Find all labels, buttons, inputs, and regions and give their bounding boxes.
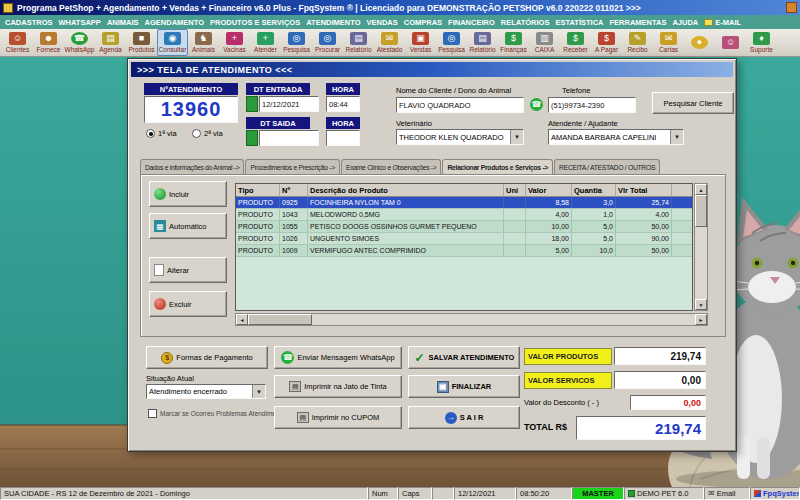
scroll-up-icon[interactable]: ▲: [695, 184, 707, 195]
chevron-down-icon[interactable]: ▼: [252, 385, 265, 398]
cell: PRODUTO: [236, 233, 280, 244]
valor-produtos-field: 219,74: [614, 347, 706, 365]
scroll-thumb[interactable]: [695, 195, 707, 227]
menu-compras[interactable]: COMPRAS: [401, 18, 445, 27]
toolbar-clientes[interactable]: ☺Clientes: [2, 29, 33, 56]
menu-atendimento[interactable]: ATENDIMENTO: [303, 18, 363, 27]
menu-cadastros[interactable]: CADASTROS: [2, 18, 56, 27]
phone-field[interactable]: (51)99734-2390: [548, 97, 636, 113]
automatico-button[interactable]: Automático: [149, 213, 227, 239]
desconto-field[interactable]: 0,00: [630, 395, 706, 410]
menu-ajuda[interactable]: AJUDA: [669, 18, 701, 27]
toolbar-caixa[interactable]: ▥CAIXA: [529, 29, 560, 56]
menu-estatistica[interactable]: ESTATÍSTICA: [552, 18, 606, 27]
cell: [504, 233, 526, 244]
tab-procedimentos[interactable]: Procedimentos e Prescrição ->: [245, 159, 339, 174]
table-row[interactable]: PRODUTO1009VERMIFUGO ANTEC COMPRIMIDO5,0…: [236, 245, 692, 257]
sales-icon: ▣: [412, 32, 429, 45]
scroll-thumb[interactable]: [248, 314, 312, 325]
vertical-scrollbar[interactable]: ▲▼: [694, 183, 708, 311]
toolbar-moedas[interactable]: ●: [684, 29, 715, 56]
tab-dados-animal[interactable]: Dados e informações do Animal ->: [140, 159, 244, 174]
atendimento-number-field[interactable]: 13960: [144, 96, 238, 123]
search-client-button[interactable]: Pesquisar Cliente: [652, 92, 734, 114]
send-whatsapp-button[interactable]: Enviar Mensagem WhatsApp: [274, 346, 402, 369]
toolbar-recibo[interactable]: ✎Recibo: [622, 29, 653, 56]
status-email[interactable]: Email: [704, 487, 750, 500]
finalizar-button[interactable]: FINALIZAR: [408, 375, 520, 398]
toolbar-fornecedor[interactable]: ☻Fornece: [33, 29, 64, 56]
cell: PRODUTO: [236, 209, 280, 220]
menu-email[interactable]: E-MAIL: [701, 18, 744, 27]
toolbar-pesquisa-1[interactable]: ◎Pesquisa: [281, 29, 312, 56]
products-table: Tipo Nº Descrição do Produto Uni Valor Q…: [235, 183, 693, 311]
total-field: 219,74: [576, 416, 706, 440]
horizontal-scrollbar[interactable]: ◄►: [235, 313, 708, 326]
client-name-field[interactable]: FLAVIO QUADRADO: [396, 97, 524, 113]
hora-saida-field[interactable]: [326, 130, 360, 146]
toolbar-produtos[interactable]: ■Produtos: [126, 29, 157, 56]
scroll-right-icon[interactable]: ►: [695, 314, 707, 325]
hora-entrada-field[interactable]: 08:44: [326, 96, 360, 112]
menu-animais[interactable]: ANIMAIS: [104, 18, 142, 27]
toolbar-financas[interactable]: $Finanças: [498, 29, 529, 56]
via1-radio[interactable]: 1ª via: [146, 129, 177, 138]
dt-entrada-field[interactable]: 12/12/2021: [259, 96, 319, 112]
toolbar-vacinas[interactable]: +Vacinas: [219, 29, 250, 56]
situacao-dropdown[interactable]: Atendimento encerrado▼: [146, 384, 266, 399]
via2-radio[interactable]: 2ª via: [192, 129, 223, 138]
toolbar-relatorio-1[interactable]: ▤Relatório: [343, 29, 374, 56]
dt-saida-field[interactable]: [259, 130, 319, 146]
toolbar-whatsapp[interactable]: ☎WhatsApp: [64, 29, 95, 56]
toolbar-receber[interactable]: $Receber: [560, 29, 591, 56]
window-titlebar[interactable]: >>> TELA DE ATENDIMENTO <<<: [131, 62, 733, 77]
menu-vendas[interactable]: VENDAS: [364, 18, 401, 27]
menu-relatorios[interactable]: RELATÓRIOS: [498, 18, 553, 27]
toolbar-vendas[interactable]: ▣Vendas: [405, 29, 436, 56]
save-atendimento-button[interactable]: SALVAR ATENDIMENTO: [408, 346, 520, 369]
calendar-button[interactable]: [246, 96, 258, 112]
toolbar-atender[interactable]: +Atender: [250, 29, 281, 56]
chevron-down-icon[interactable]: ▼: [510, 130, 523, 144]
table-row[interactable]: PRODUTO0925FOCINHEIRA NYLON TAM 08,583,0…: [236, 197, 692, 209]
alterar-button[interactable]: Alterar: [149, 257, 227, 283]
toolbar-relatorio-2[interactable]: ▤Relatório: [467, 29, 498, 56]
table-row[interactable]: PRODUTO1026UNGUENTO SIMOES18,005,090,00: [236, 233, 692, 245]
scroll-down-icon[interactable]: ▼: [695, 299, 707, 310]
scroll-left-icon[interactable]: ◄: [236, 314, 248, 325]
payment-methods-button[interactable]: Formas de Pagamento: [146, 346, 268, 369]
menu-produtos-servicos[interactable]: PRODUTOS E SERVIÇOS: [207, 18, 303, 27]
tab-produtos-servicos[interactable]: Relacionar Produtos e Serviços ->: [442, 159, 553, 174]
print-cupom-button[interactable]: Imprimir no CUPOM: [274, 406, 402, 429]
toolbar-agenda[interactable]: ▤Agenda: [95, 29, 126, 56]
cell: PRODUTO: [236, 245, 280, 256]
toolbar-procurar[interactable]: ◎Procurar: [312, 29, 343, 56]
toolbar-atestado[interactable]: ✉Atestado: [374, 29, 405, 56]
problemas-checkbox[interactable]: Marcar se Ocorreu Problemas Atendimento: [148, 409, 272, 418]
toolbar-animais[interactable]: ♞Animais: [188, 29, 219, 56]
supplier-icon: ☻: [40, 32, 57, 45]
attendant-dropdown[interactable]: AMANDA BARBARA CAPELINI▼: [548, 129, 684, 145]
table-row[interactable]: PRODUTO1055PETISCO DOOGS OSSINHOS GURMET…: [236, 221, 692, 233]
toolbar-pesquisa-2[interactable]: ◎Pesquisa: [436, 29, 467, 56]
menu-whatsapp[interactable]: WHATSAPP: [56, 18, 104, 27]
toolbar-cartas[interactable]: ✉Cartas: [653, 29, 684, 56]
toolbar-suporte[interactable]: ♦Suporte: [746, 29, 777, 56]
cell: [504, 197, 526, 208]
sair-button[interactable]: S A I R: [408, 406, 520, 429]
vet-dropdown[interactable]: THEODOR KLEN QUADRADO▼: [396, 129, 524, 145]
menu-agendamento[interactable]: AGENDAMENTO: [142, 18, 207, 27]
toolbar-consultar[interactable]: ◉Consultar: [157, 29, 188, 56]
table-row[interactable]: PRODUTO1043MELODWORD 0,5MG4,001,04,00: [236, 209, 692, 221]
print-inkjet-button[interactable]: Imprimir na Jato de Tinta: [274, 375, 402, 398]
excluir-button[interactable]: Excluir: [149, 291, 227, 317]
menu-ferramentas[interactable]: FERRAMENTAS: [606, 18, 669, 27]
toolbar-usuario[interactable]: ☺: [715, 29, 746, 56]
chevron-down-icon[interactable]: ▼: [670, 130, 683, 144]
menu-financeiro[interactable]: FINANCEIRO: [445, 18, 498, 27]
tab-exame-clinico[interactable]: Exame Clínico e Observações ->: [341, 159, 442, 174]
incluir-button[interactable]: Incluir: [149, 181, 227, 207]
toolbar-apagar[interactable]: $A Pagar: [591, 29, 622, 56]
tab-receita-atestado[interactable]: RECEITA / ATESTADO / OUTROS: [554, 159, 660, 174]
calendar-button[interactable]: [246, 130, 258, 146]
